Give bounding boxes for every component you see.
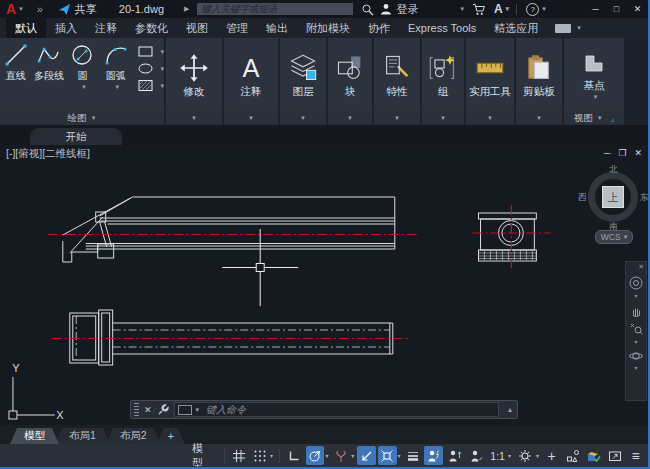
quick-access-caret-icon[interactable]: ▶: [184, 5, 189, 13]
modify-panel-expander[interactable]: ▼: [166, 111, 222, 125]
command-close-icon[interactable]: ✕: [144, 405, 152, 415]
drawing-canvas[interactable]: Y X: [0, 145, 648, 425]
annotation-monitor-button[interactable]: +: [542, 446, 561, 465]
sign-in-button[interactable]: 登录: [380, 2, 418, 17]
tab-view[interactable]: 视图: [177, 18, 217, 38]
grid-display-button[interactable]: [230, 446, 249, 465]
viewcube-top-face[interactable]: 上: [602, 186, 624, 208]
navbar-close-icon[interactable]: ✕: [638, 263, 644, 271]
group-button[interactable]: 组: [428, 50, 458, 99]
chevron-down-icon[interactable]: ▾: [536, 452, 539, 459]
lineweight-button[interactable]: [404, 446, 423, 465]
annotate-panel-expander[interactable]: ▼: [224, 111, 278, 125]
autodesk-app-button[interactable]: A ▾: [494, 2, 509, 16]
app-store-cart-icon[interactable]: [472, 3, 486, 16]
tab-parametric[interactable]: 参数化: [126, 18, 177, 38]
clipboard-panel-expander[interactable]: ▼: [516, 111, 562, 125]
ellipse-tool-button[interactable]: ▾: [137, 61, 165, 76]
zoom-button[interactable]: [629, 322, 644, 337]
graphics-performance-button[interactable]: [584, 446, 603, 465]
signin-caret-icon[interactable]: ▾: [460, 5, 464, 13]
view-panel-expander[interactable]: 视图 ▼ ⌟: [564, 111, 624, 125]
snap-mode-button[interactable]: [250, 446, 269, 465]
search-input[interactable]: 键入关键字或短语: [197, 3, 353, 15]
close-button[interactable]: ✕: [627, 4, 648, 14]
chevron-down-icon[interactable]: ▾: [351, 452, 354, 459]
command-input[interactable]: ▾ 键入命令: [174, 402, 499, 417]
chevron-down-icon[interactable]: ▾: [398, 452, 401, 459]
customize-wrench-icon[interactable]: [157, 403, 170, 416]
rectangle-tool-button[interactable]: ▾: [137, 44, 165, 59]
chevron-down-icon[interactable]: ▾: [270, 452, 273, 459]
properties-panel-expander[interactable]: ▼: [374, 111, 420, 125]
arc-tool-button[interactable]: 圆弧 ▾: [100, 42, 131, 91]
doc-close-button[interactable]: ✕: [634, 148, 642, 158]
properties-button[interactable]: 特性: [382, 50, 412, 99]
tab-collaborate[interactable]: 协作: [359, 18, 399, 38]
basepoint-button[interactable]: 基点 ▾: [580, 48, 608, 101]
new-layout-button[interactable]: +: [157, 428, 185, 444]
doc-minimize-button[interactable]: ─: [604, 148, 610, 158]
workspace-switching-button[interactable]: [516, 446, 535, 465]
drawing-area[interactable]: [-][俯视][二维线框] ─ ❐ ✕: [0, 145, 648, 425]
annotation-autoscale-button[interactable]: [445, 446, 464, 465]
app-menu-button[interactable]: A ▾: [6, 2, 23, 16]
quick-access-expand-button[interactable]: »: [37, 3, 42, 15]
clean-screen-button[interactable]: [605, 446, 624, 465]
circle-tool-button[interactable]: 圆 ▾: [67, 42, 98, 91]
viewcube[interactable]: 北 西 东 南 上: [588, 172, 638, 222]
tab-default[interactable]: 默认: [6, 18, 46, 38]
tab-layout2[interactable]: 布局2: [106, 428, 161, 444]
isometric-drafting-button[interactable]: [331, 446, 350, 465]
panel-launcher-icon[interactable]: ⌟: [611, 114, 615, 123]
hatch-tool-button[interactable]: ▾: [137, 78, 165, 93]
viewport-controls[interactable]: [-][俯视][二维线框]: [6, 147, 90, 161]
annotation-scale-button[interactable]: [466, 446, 485, 465]
steering-wheel-button[interactable]: [628, 275, 644, 291]
block-panel-expander[interactable]: ▼: [328, 111, 372, 125]
chevron-down-icon[interactable]: ▾: [634, 338, 637, 345]
orbit-button[interactable]: [628, 349, 644, 363]
tab-addins[interactable]: 附加模块: [297, 18, 359, 38]
annotation-visibility-button[interactable]: [424, 446, 443, 465]
pan-button[interactable]: [629, 303, 644, 318]
command-line-grip[interactable]: [134, 403, 139, 416]
utilities-button[interactable]: 实用工具: [469, 50, 511, 99]
polyline-tool-button[interactable]: 多段线: [33, 42, 64, 83]
utilities-panel-expander[interactable]: ▼: [466, 111, 514, 125]
line-tool-button[interactable]: 直线: [0, 42, 31, 83]
block-button[interactable]: 块: [335, 50, 365, 99]
ribbon-display-toggle-button[interactable]: ▾: [555, 18, 581, 38]
polar-tracking-button[interactable]: [306, 446, 325, 465]
object-snap-tracking-button[interactable]: [357, 446, 376, 465]
chevron-down-icon[interactable]: ▾: [634, 292, 637, 299]
share-button[interactable]: 共享: [58, 2, 97, 17]
search-icon[interactable]: [361, 3, 374, 16]
layers-panel-expander[interactable]: ▼: [280, 111, 326, 125]
object-snap-button[interactable]: [378, 446, 397, 465]
viewcube-east[interactable]: 东: [640, 192, 649, 204]
tab-manage[interactable]: 管理: [217, 18, 257, 38]
wcs-dropdown[interactable]: WCS ▾: [595, 230, 633, 244]
tab-model[interactable]: 模型: [10, 428, 59, 444]
file-tab-start[interactable]: 开始: [30, 128, 122, 145]
help-button[interactable]: ? ▾: [526, 3, 546, 16]
annotation-scale-value[interactable]: 1:1 ▾: [490, 450, 511, 462]
tab-annotate[interactable]: 注释: [86, 18, 126, 38]
tab-express-tools[interactable]: Express Tools: [399, 18, 485, 38]
ortho-mode-button[interactable]: [285, 446, 304, 465]
modify-button[interactable]: 修改: [179, 50, 209, 99]
quick-properties-button[interactable]: [563, 446, 582, 465]
doc-restore-button[interactable]: ❐: [618, 148, 626, 158]
tab-layout1[interactable]: 布局1: [55, 428, 110, 444]
draw-panel-expander[interactable]: 绘图 ▼: [0, 111, 164, 125]
chevron-down-icon[interactable]: ▾: [325, 452, 328, 459]
tab-insert[interactable]: 插入: [46, 18, 86, 38]
model-space-button[interactable]: 模型: [186, 441, 220, 469]
annotate-button[interactable]: A 注释: [236, 50, 266, 99]
tab-output[interactable]: 输出: [257, 18, 297, 38]
clipboard-button[interactable]: 剪贴板: [523, 50, 555, 99]
command-history-button[interactable]: ▴: [508, 405, 512, 414]
viewcube-west[interactable]: 西: [578, 192, 587, 204]
chevron-down-icon[interactable]: ▾: [634, 364, 637, 371]
